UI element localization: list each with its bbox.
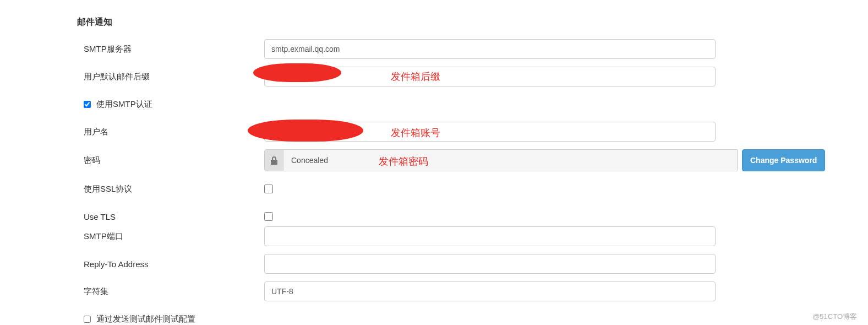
annotation-password: 发件箱密码 <box>379 155 428 168</box>
test-config-checkbox[interactable] <box>84 316 91 323</box>
redaction-mark <box>253 63 341 82</box>
row-smtp-server: SMTP服务器 <box>77 39 868 59</box>
annotation-suffix: 发件箱后缀 <box>391 70 440 83</box>
reply-to-input[interactable] <box>264 254 716 274</box>
row-smtp-auth: 使用SMTP认证 ? <box>77 94 868 114</box>
label-use-tls: Use TLS <box>77 212 264 221</box>
section-title: 邮件通知 <box>77 17 868 28</box>
row-default-suffix: 用户默认邮件后缀 发件箱后缀 ? <box>77 67 868 86</box>
label-smtp-server: SMTP服务器 <box>77 44 264 55</box>
password-concealed-text: Concealed <box>291 156 328 165</box>
use-tls-checkbox[interactable] <box>264 212 273 221</box>
smtp-server-input[interactable] <box>264 39 716 59</box>
row-charset: 字符集 <box>77 281 868 301</box>
label-charset: 字符集 <box>77 286 264 297</box>
lock-icon <box>265 150 283 171</box>
label-password: 密码 <box>77 155 264 166</box>
row-test-config: 通过发送测试邮件测试配置 <box>77 309 868 325</box>
row-use-ssl: 使用SSL协议 ? <box>77 179 868 199</box>
use-ssl-checkbox[interactable] <box>264 185 273 193</box>
row-smtp-port: SMTP端口 ? <box>77 226 868 246</box>
charset-input[interactable] <box>264 281 716 301</box>
redaction-mark <box>248 120 363 142</box>
label-default-suffix: 用户默认邮件后缀 <box>77 72 264 82</box>
label-use-ssl: 使用SSL协议 <box>77 184 264 194</box>
annotation-account: 发件箱账号 <box>391 126 440 139</box>
smtp-port-input[interactable] <box>264 226 716 246</box>
row-use-tls: Use TLS <box>77 207 868 226</box>
row-username: 用户名 发件箱账号 <box>77 122 868 142</box>
row-password: 密码 Concealed 发件箱密码 Change Password <box>77 149 868 171</box>
label-username: 用户名 <box>77 127 264 137</box>
watermark: @51CTO博客 <box>812 312 857 322</box>
row-reply-to: Reply-To Address <box>77 254 868 274</box>
change-password-button[interactable]: Change Password <box>742 149 825 171</box>
label-smtp-auth: 使用SMTP认证 <box>96 99 152 110</box>
password-concealed-box: Concealed 发件箱密码 <box>264 149 738 171</box>
label-test-config: 通过发送测试邮件测试配置 <box>96 314 195 324</box>
label-reply-to: Reply-To Address <box>77 259 264 269</box>
label-smtp-port: SMTP端口 <box>77 231 264 242</box>
smtp-auth-checkbox[interactable] <box>84 101 91 108</box>
